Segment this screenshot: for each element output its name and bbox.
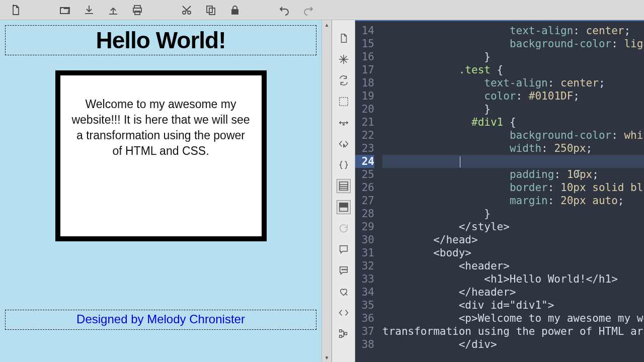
editor-tool-gutter	[332, 20, 355, 362]
new-file-icon[interactable]	[9, 4, 22, 17]
lock-icon[interactable]	[228, 4, 242, 17]
preview-paragraph: Welcome to my awesome my website!!! It i…	[67, 82, 255, 159]
open-folder-icon[interactable]	[58, 4, 71, 17]
upload-icon[interactable]	[107, 4, 120, 17]
redo-icon[interactable]	[302, 4, 315, 17]
main-toolbar	[0, 0, 644, 20]
svg-rect-16	[339, 335, 342, 338]
code-editor[interactable]: 1415161718192021222324252627282930313233…	[355, 20, 644, 362]
panel-split-icon[interactable]	[337, 200, 351, 214]
scroll-down-icon[interactable]: ▼	[322, 353, 332, 362]
download-icon[interactable]	[83, 4, 96, 17]
preview-pane: Hello World! Welcome to my awesome my we…	[0, 20, 332, 362]
svg-point-14	[345, 269, 346, 270]
grid-icon[interactable]	[337, 95, 351, 109]
scroll-up-icon[interactable]: ▲	[322, 20, 332, 29]
sync-icon[interactable]	[337, 73, 351, 87]
preview-footer-link[interactable]: Designed by Melody Chronister	[76, 312, 245, 326]
reload-icon[interactable]	[337, 221, 351, 235]
line-numbers: 1415161718192021222324252627282930313233…	[355, 21, 377, 362]
resize-icon[interactable]	[337, 116, 351, 130]
tag-pointer-icon[interactable]	[337, 137, 351, 151]
undo-icon[interactable]	[278, 4, 291, 17]
svg-rect-2	[135, 11, 140, 15]
svg-point-13	[344, 269, 345, 270]
preview-header: Hello World!	[5, 25, 316, 55]
text-cursor-icon: 𝙸	[576, 167, 581, 180]
svg-rect-11	[339, 203, 348, 207]
tree-icon[interactable]	[337, 327, 351, 341]
heart-pen-icon[interactable]	[337, 285, 351, 299]
main-split: Hello World! Welcome to my awesome my we…	[0, 20, 644, 362]
cut-icon[interactable]	[180, 4, 193, 17]
svg-rect-15	[339, 330, 342, 332]
svg-rect-9	[339, 182, 348, 191]
file-icon[interactable]	[337, 31, 351, 45]
panel-source-icon[interactable]	[337, 179, 351, 193]
preview-heading: Hello World!	[10, 27, 312, 54]
preview-footer: Designed by Melody Chronister	[5, 310, 316, 330]
svg-rect-17	[344, 332, 347, 335]
braces-icon[interactable]	[337, 158, 351, 172]
comment-dots-icon[interactable]	[337, 263, 351, 278]
print-icon[interactable]	[131, 4, 144, 17]
svg-rect-7	[232, 10, 238, 14]
svg-rect-8	[339, 98, 348, 106]
comment-icon[interactable]	[337, 242, 351, 256]
snowflake-icon[interactable]	[337, 52, 351, 66]
code-brackets-icon[interactable]	[337, 306, 351, 320]
preview-box-div1: Welcome to my awesome my website!!! It i…	[55, 70, 267, 241]
copy-icon[interactable]	[204, 4, 217, 17]
svg-point-12	[342, 269, 343, 270]
preview-viewport: Hello World! Welcome to my awesome my we…	[0, 20, 321, 362]
code-area[interactable]: text-align: center; background-color: li…	[377, 21, 644, 362]
preview-scrollbar[interactable]: ▲ ▼	[321, 20, 332, 362]
